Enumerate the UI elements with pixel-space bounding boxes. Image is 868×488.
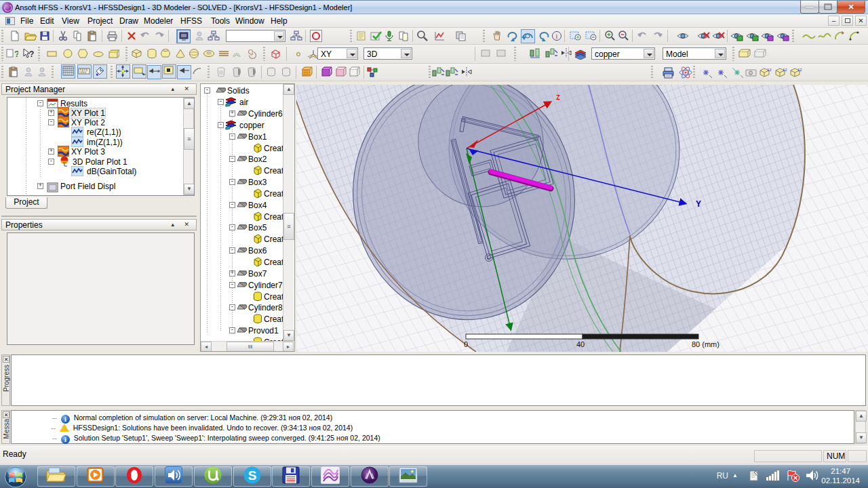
svg-text:S: S <box>248 468 256 483</box>
svg-text:i: i <box>556 33 558 40</box>
svg-text:80 (mm): 80 (mm) <box>692 340 719 348</box>
svg-text:40: 40 <box>576 340 585 348</box>
svg-text:Y: Y <box>696 199 701 209</box>
svg-text:?: ? <box>14 49 18 59</box>
svg-text:uuu: uuu <box>80 70 86 75</box>
svg-text:12: 12 <box>783 68 787 72</box>
svg-text:z: z <box>556 92 560 102</box>
svg-text:?: ? <box>29 49 34 59</box>
svg-text:0: 0 <box>464 340 468 348</box>
svg-text:12: 12 <box>797 68 802 72</box>
svg-text:12: 12 <box>767 68 772 72</box>
